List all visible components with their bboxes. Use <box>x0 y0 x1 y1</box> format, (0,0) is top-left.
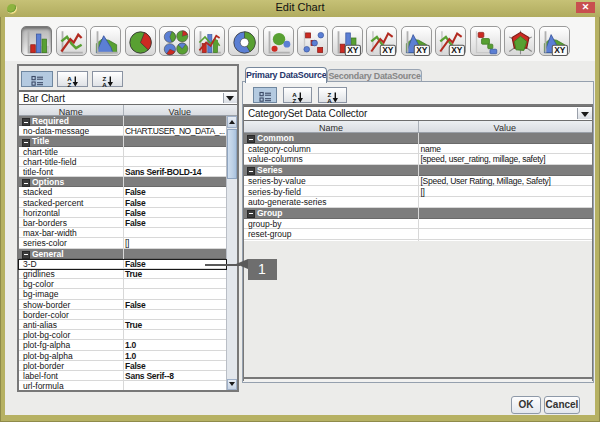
svg-text:XY: XY <box>382 45 394 55</box>
svg-text:Z: Z <box>293 97 297 103</box>
svg-text:A: A <box>102 81 107 87</box>
svg-text:XY: XY <box>451 45 463 55</box>
svg-text:A: A <box>327 97 332 103</box>
svg-text:XY: XY <box>347 45 359 55</box>
svg-text:XY: XY <box>554 45 566 55</box>
svg-text:Z: Z <box>67 81 71 87</box>
svg-text:XY: XY <box>416 45 428 55</box>
